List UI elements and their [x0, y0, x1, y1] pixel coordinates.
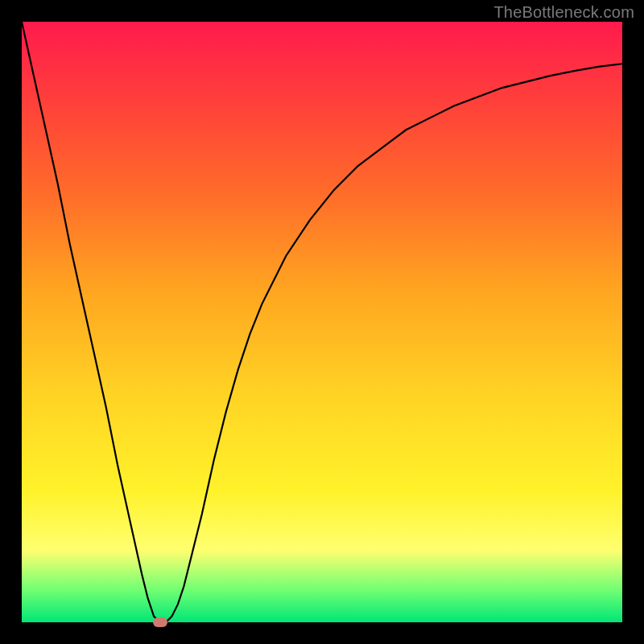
chart-svg [22, 22, 622, 622]
watermark-text: TheBottleneck.com [493, 3, 634, 22]
curve-line [22, 22, 622, 622]
chart-frame: TheBottleneck.com [0, 0, 644, 644]
minimum-marker [153, 617, 167, 627]
